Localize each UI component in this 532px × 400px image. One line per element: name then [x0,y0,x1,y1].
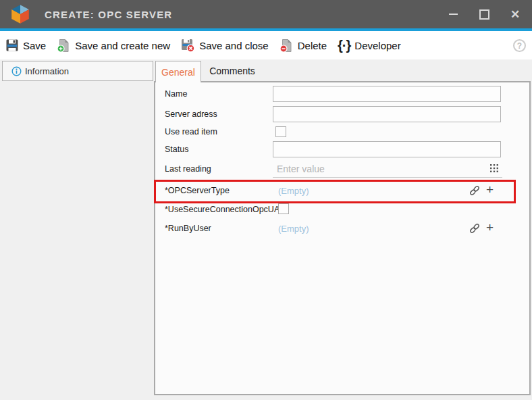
information-panel-header[interactable]: Information [2,61,153,81]
run-by-user-link-icon[interactable] [469,222,481,234]
delete-label: Delete [298,40,327,51]
use-secure-connection-label: *UseSecureConnectionOpcUA [165,205,280,214]
status-label: Status [165,145,188,154]
opc-server-type-label: *OPCServerType [165,186,230,195]
maximize-button[interactable] [469,0,500,28]
grid-picker-icon[interactable] [490,164,499,173]
help-icon[interactable]: ? [513,39,526,52]
info-icon [11,66,22,76]
close-icon: ✕ [510,9,520,20]
information-label: Information [25,66,69,76]
use-read-item-checkbox[interactable] [275,126,286,137]
tab-general-label: General [161,67,195,78]
window-controls: ✕ [437,0,531,28]
developer-label: Developer [354,40,400,51]
tab-comments[interactable]: Comments [203,61,262,81]
curly-braces-icon: {·} [338,39,350,52]
name-label: Name [165,89,187,99]
last-reading-label: Last reading [165,164,211,174]
floppy-red-cross-icon [181,39,195,53]
last-reading-input[interactable] [273,161,502,177]
title-bar: CREATE: OPC SERVER ✕ [0,0,532,28]
tab-comments-label: Comments [209,66,255,76]
server-address-input[interactable] [273,106,501,122]
developer-button[interactable]: {·} Developer [338,39,401,52]
tab-general[interactable]: General [155,61,201,82]
run-by-user-value[interactable]: (Empty) [278,224,309,234]
save-and-close-button[interactable]: Save and close [181,39,269,53]
toolbar: Save Save and create new Save and close [0,31,532,59]
last-reading-underline [273,177,502,178]
delete-button[interactable]: Delete [280,39,327,53]
status-input[interactable] [273,141,501,157]
use-secure-connection-checkbox[interactable] [278,203,289,214]
page-green-plus-icon [57,39,71,53]
save-and-create-new-button[interactable]: Save and create new [57,39,170,53]
minimize-button[interactable] [437,0,469,28]
opc-server-type-add-icon[interactable]: + [486,184,494,196]
page-red-minus-icon [280,39,294,53]
opc-server-type-value[interactable]: (Empty) [278,186,309,196]
save-label: Save [23,40,46,51]
opc-server-type-link-icon[interactable] [469,184,481,197]
close-button[interactable]: ✕ [500,0,531,28]
server-address-label: Server adress [165,109,217,119]
save-and-close-label: Save and close [199,40,269,51]
general-tab-panel: Name Server adress Use read item Status … [154,81,531,395]
maximize-icon [479,9,489,20]
run-by-user-label: *RunByUser [165,224,211,233]
save-button[interactable]: Save [5,39,46,52]
app-logo-icon [9,4,31,24]
save-and-create-new-label: Save and create new [75,40,170,51]
minimize-icon [449,14,458,15]
floppy-disk-icon [5,39,19,52]
use-read-item-label: Use read item [165,127,217,136]
run-by-user-add-icon[interactable]: + [486,222,494,234]
name-input[interactable] [273,86,501,102]
window-title: CREATE: OPC SERVER [45,9,172,20]
